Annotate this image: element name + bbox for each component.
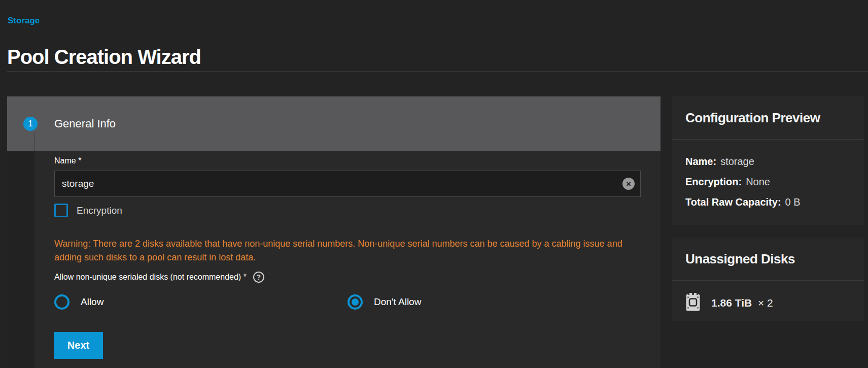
radio-option-allow[interactable]: Allow — [54, 294, 348, 310]
preview-capacity-value: 0 B — [785, 196, 801, 208]
step-number-badge: 1 — [23, 117, 38, 131]
preview-row-name: Name: storage — [685, 151, 859, 172]
unassigned-disk-row: 1.86 TiB × 2 — [685, 292, 773, 314]
configuration-preview-divider — [672, 139, 864, 140]
preview-name-label: Name: — [685, 156, 716, 168]
next-button[interactable]: Next — [54, 332, 103, 359]
stepper-left-gutter — [7, 151, 34, 368]
disk-size: 1.86 TiB — [711, 297, 752, 309]
radio-label-dont-allow: Don't Allow — [374, 296, 421, 308]
preview-row-total-raw-capacity: Total Raw Capacity: 0 B — [685, 192, 859, 212]
wizard-panel: 1 General Info Name * ✕ Encryption Warni… — [7, 96, 661, 368]
help-icon[interactable]: ? — [253, 272, 264, 283]
preview-encryption-value: None — [746, 176, 770, 188]
breadcrumb-storage-link[interactable]: Storage — [8, 16, 40, 26]
non-unique-serial-warning: Warning: There are 2 disks available tha… — [54, 237, 638, 264]
unassigned-disk-size-text: 1.86 TiB × 2 — [711, 297, 773, 309]
configuration-preview-rows: Name: storage Encryption: None Total Raw… — [685, 151, 859, 212]
name-input[interactable] — [54, 171, 641, 197]
unassigned-disks-card: Unassigned Disks 1.86 — [672, 238, 864, 321]
step-title: General Info — [54, 117, 116, 130]
pool-creation-wizard-page: Storage Pool Creation Wizard 1 General I… — [0, 0, 868, 368]
ssd-disk-icon — [685, 292, 701, 314]
allow-disks-radio-group: Allow Don't Allow — [54, 294, 641, 310]
preview-row-encryption: Encryption: None — [685, 172, 859, 192]
header-divider — [7, 71, 868, 72]
configuration-preview-card: Configuration Preview Name: storage Encr… — [672, 96, 864, 225]
stepper-connector-line — [34, 133, 35, 151]
preview-name-value: storage — [720, 156, 754, 168]
encryption-checkbox[interactable] — [54, 204, 68, 217]
disk-count: × 2 — [758, 297, 773, 309]
unassigned-disks-title: Unassigned Disks — [685, 251, 795, 267]
allow-disks-field-label: Allow non-unique serialed disks (not rec… — [54, 273, 247, 282]
encryption-checkbox-row[interactable]: Encryption — [54, 204, 122, 217]
radio-label-allow: Allow — [81, 296, 103, 308]
page-title: Pool Creation Wizard — [7, 46, 201, 69]
encryption-checkbox-label: Encryption — [77, 205, 122, 216]
step-header-general-info[interactable]: 1 General Info — [7, 96, 661, 151]
unassigned-disks-divider — [672, 280, 864, 281]
name-input-wrapper: ✕ — [54, 171, 641, 197]
wizard-step-content: Name * ✕ Encryption Warning: There are 2… — [7, 151, 661, 368]
preview-capacity-label: Total Raw Capacity: — [685, 196, 781, 208]
allow-disks-label-row: Allow non-unique serialed disks (not rec… — [54, 272, 264, 283]
name-field-label: Name * — [54, 156, 81, 165]
radio-circle-allow[interactable] — [54, 294, 70, 310]
radio-circle-dont-allow[interactable] — [348, 294, 363, 310]
radio-option-dont-allow[interactable]: Don't Allow — [348, 294, 641, 310]
configuration-preview-title: Configuration Preview — [685, 110, 820, 126]
preview-encryption-label: Encryption: — [685, 176, 742, 188]
clear-input-icon[interactable]: ✕ — [622, 178, 635, 190]
